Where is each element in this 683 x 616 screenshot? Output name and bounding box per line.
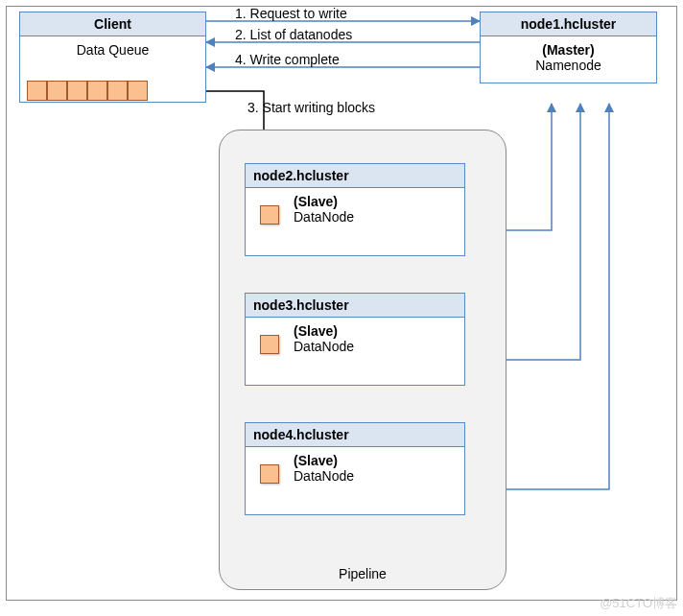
arrow-label-2: 2. List of datanodes [235,27,352,42]
client-title: Client [20,12,205,36]
pipeline-label: Pipeline [220,566,506,581]
data-block-icon [260,335,279,354]
datanode-title: node4.hcluster [246,423,464,447]
master-role: (Master) [542,42,594,58]
arrow-label-1: 1. Request to write [235,6,347,21]
queue-cell [128,81,148,101]
arrow-label-4: 4. Write complete [235,52,340,67]
datanode-role: (Slave) [294,453,338,468]
data-queue [27,81,148,101]
queue-cell [87,81,107,101]
datanode-daemon: DataNode [294,339,460,354]
queue-cell [107,81,128,101]
datanode-box: node3.hcluster (Slave) DataNode [245,293,465,386]
datanode-box: node2.hcluster (Slave) DataNode [245,163,465,256]
arrow-label-3: 3. Start writing blocks [247,100,375,115]
datanode-role: (Slave) [294,194,338,209]
queue-cell [47,81,67,101]
watermark: @51CTO博客 [600,595,677,612]
data-block-icon [260,205,279,225]
datanode-title: node2.hcluster [246,164,464,188]
queue-cell [67,81,87,101]
master-title: node1.hcluster [481,12,656,36]
queue-cell [27,81,47,101]
datanode-title: node3.hcluster [246,294,464,318]
datanode-daemon: DataNode [294,468,460,484]
data-block-icon [260,464,279,484]
datanode-daemon: DataNode [294,209,460,225]
master-box: node1.hcluster (Master) Namenode [480,12,657,83]
master-daemon: Namenode [484,58,652,73]
data-queue-label: Data Queue [24,42,201,58]
datanode-box: node4.hcluster (Slave) DataNode [245,422,465,515]
datanode-role: (Slave) [294,323,338,339]
